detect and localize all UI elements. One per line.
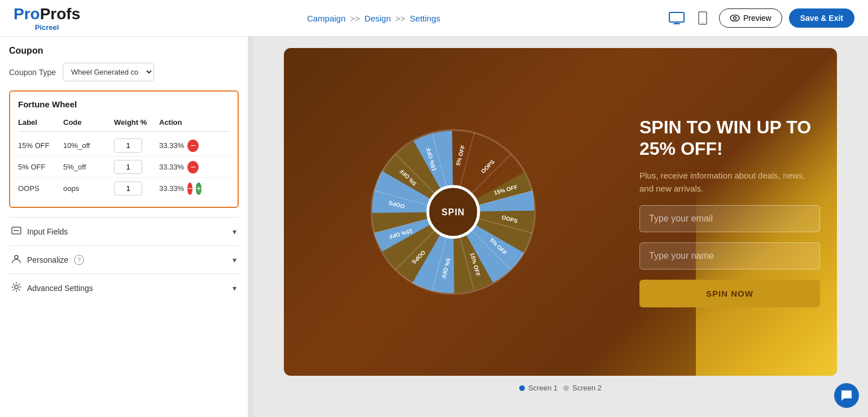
spin-headline: SPIN TO WIN UP TO 25% OFF! xyxy=(639,116,820,160)
svg-point-5 xyxy=(702,22,703,23)
screen1-tab[interactable]: Screen 1 xyxy=(519,384,558,392)
fw-weight-3[interactable] xyxy=(114,181,142,196)
fw-remove-2-button[interactable]: − xyxy=(187,161,199,173)
svg-text:OOPS: OOPS xyxy=(480,158,496,174)
chat-bubble[interactable] xyxy=(834,383,859,408)
breadcrumb-settings[interactable]: Settings xyxy=(410,14,440,23)
fw-add-button[interactable]: + xyxy=(196,183,201,195)
svg-rect-0 xyxy=(669,12,684,22)
fw-col-action: Action xyxy=(159,118,199,127)
personalize-icon xyxy=(11,254,21,266)
fw-actions-2: 33.33% − xyxy=(159,161,199,173)
fw-actions-3: 33.33% − + xyxy=(159,183,199,195)
wheel-svg: 15% OFF OOPS 5% OFF 15% OFF 5% OFF OOPS … xyxy=(363,121,543,302)
fw-col-label: Label xyxy=(18,118,63,127)
svg-point-7 xyxy=(733,17,736,20)
fw-remove-1-button[interactable]: − xyxy=(187,140,199,152)
logo-subtitle: Picreel xyxy=(14,23,80,32)
breadcrumb-arrow1: >> xyxy=(350,14,360,23)
coupon-type-select[interactable]: Wheel Generated co xyxy=(63,63,154,81)
svg-point-11 xyxy=(15,285,18,289)
table-row: OOPS oops 33.33% − + xyxy=(18,178,230,199)
input-fields-label: Input Fields xyxy=(27,227,68,236)
screen1-label: Screen 1 xyxy=(528,384,558,392)
table-row: 5% OFF 5%_off 33.33% − xyxy=(18,157,230,178)
fw-label-1: 15% OFF xyxy=(18,141,63,150)
save-exit-button[interactable]: Save & Exit xyxy=(789,8,854,28)
fortune-wheel-section: Fortune Wheel Label Code Weight % Action… xyxy=(9,90,239,208)
fortune-wheel-title: Fortune Wheel xyxy=(18,99,230,109)
fw-weight-1[interactable] xyxy=(114,138,142,153)
breadcrumb-arrow2: >> xyxy=(396,14,406,23)
fortune-wheel: 15% OFF OOPS 5% OFF 15% OFF 5% OFF OOPS … xyxy=(363,121,543,302)
fw-code-3: oops xyxy=(63,184,114,193)
preview-label: Preview xyxy=(743,14,771,23)
fw-percent-3: 33.33% xyxy=(159,184,184,193)
header: ProProfs Picreel Campaign >> Design >> S… xyxy=(0,0,868,37)
fw-label-3: OOPS xyxy=(18,184,63,193)
advanced-settings-accordion[interactable]: Advanced Settings ▾ xyxy=(9,273,239,302)
personalize-label: Personalize xyxy=(27,255,68,264)
spin-subtext: Plus, receive information about deals, n… xyxy=(639,170,820,195)
popup-container: 15% OFF OOPS 5% OFF 15% OFF 5% OFF OOPS … xyxy=(284,48,837,376)
advanced-settings-icon xyxy=(11,282,21,294)
breadcrumb-campaign[interactable]: Campaign xyxy=(307,14,345,23)
input-fields-left: Input Fields xyxy=(11,225,68,237)
coupon-title: Coupon xyxy=(9,46,239,56)
logo-text: ProProfs xyxy=(14,5,80,23)
logo-pro: Pro xyxy=(14,5,40,23)
fw-percent-1: 33.33% xyxy=(159,141,184,150)
fw-weight-2[interactable] xyxy=(114,160,142,174)
fw-col-weight: Weight % xyxy=(114,118,159,127)
sidebar-divider xyxy=(248,37,253,417)
coupon-type-row: Coupon Type Wheel Generated co xyxy=(9,63,239,81)
fw-percent-2: 33.33% xyxy=(159,163,184,171)
svg-text:5% OFF: 5% OFF xyxy=(455,145,466,167)
screen-tabs: Screen 1 Screen 2 xyxy=(519,384,602,392)
header-actions: Preview Save & Exit xyxy=(667,8,854,28)
personalize-left: Personalize ? xyxy=(11,254,84,266)
logo-profs: Profs xyxy=(40,5,81,23)
svg-text:SPIN: SPIN xyxy=(441,207,464,217)
spin-now-button[interactable]: SPIN NOW xyxy=(639,280,820,307)
email-input[interactable] xyxy=(639,205,820,232)
fw-table-header: Label Code Weight % Action xyxy=(18,116,230,132)
screen1-dot xyxy=(519,385,525,391)
advanced-settings-left: Advanced Settings xyxy=(11,282,93,294)
name-input[interactable] xyxy=(639,242,820,270)
screen2-tab[interactable]: Screen 2 xyxy=(563,384,602,392)
fw-actions-1: 33.33% − xyxy=(159,140,199,152)
breadcrumb: Campaign >> Design >> Settings xyxy=(307,14,440,23)
preview-area: 15% OFF OOPS 5% OFF 15% OFF 5% OFF OOPS … xyxy=(253,37,868,417)
logo: ProProfs Picreel xyxy=(14,5,80,32)
coupon-type-label: Coupon Type xyxy=(9,68,56,77)
screen2-dot xyxy=(563,385,569,391)
advanced-settings-chevron-icon: ▾ xyxy=(233,284,236,293)
svg-point-10 xyxy=(15,255,18,259)
input-fields-icon xyxy=(11,225,21,237)
input-fields-chevron-icon: ▾ xyxy=(233,227,236,236)
personalize-chevron-icon: ▾ xyxy=(233,255,236,264)
fw-code-2: 5%_off xyxy=(63,163,114,171)
breadcrumb-design[interactable]: Design xyxy=(365,14,391,23)
personalize-accordion[interactable]: Personalize ? ▾ xyxy=(9,245,239,273)
desktop-view-icon[interactable] xyxy=(667,8,686,28)
sidebar: Coupon Coupon Type Wheel Generated co Fo… xyxy=(0,37,248,417)
personalize-help-icon[interactable]: ? xyxy=(74,255,84,265)
screen2-label: Screen 2 xyxy=(572,384,602,392)
table-row: 15% OFF 10%_off 33.33% − xyxy=(18,135,230,157)
input-fields-accordion[interactable]: Input Fields ▾ xyxy=(9,217,239,245)
advanced-settings-label: Advanced Settings xyxy=(27,284,93,293)
fw-code-1: 10%_off xyxy=(63,141,114,150)
fw-col-code: Code xyxy=(63,118,114,127)
fw-label-2: 5% OFF xyxy=(18,163,63,171)
wheel-section: 15% OFF OOPS 5% OFF 15% OFF 5% OFF OOPS … xyxy=(284,48,622,376)
info-section: SPIN TO WIN UP TO 25% OFF! Plus, receive… xyxy=(622,48,837,376)
mobile-view-icon[interactable] xyxy=(693,8,712,28)
preview-button[interactable]: Preview xyxy=(719,8,782,28)
fw-remove-3-button[interactable]: − xyxy=(187,183,192,195)
svg-point-6 xyxy=(730,15,739,21)
main-layout: Coupon Coupon Type Wheel Generated co Fo… xyxy=(0,37,868,417)
